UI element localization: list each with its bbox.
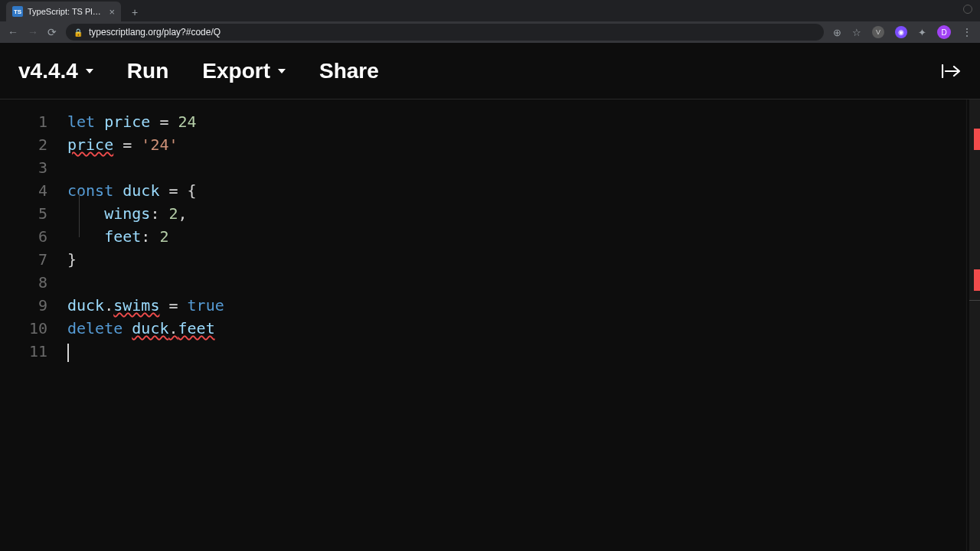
error-marker[interactable] xyxy=(974,129,980,150)
chevron-down-icon xyxy=(86,69,93,73)
window-control-icon[interactable] xyxy=(963,5,972,14)
code-line xyxy=(67,340,966,363)
export-label: Export xyxy=(202,59,270,83)
close-icon[interactable]: × xyxy=(109,6,115,18)
code-content[interactable]: let price = 24 price = '24' const duck =… xyxy=(67,99,966,551)
profile-avatar[interactable]: D xyxy=(937,25,951,39)
back-button[interactable]: ← xyxy=(8,26,18,38)
run-button[interactable]: Run xyxy=(127,59,168,83)
search-icon[interactable]: ⊕ xyxy=(833,27,841,38)
line-number: 5 xyxy=(0,202,47,225)
line-number: 8 xyxy=(0,271,47,294)
address-bar: ← → ⟳ 🔒 typescriptlang.org/play?#code/Q … xyxy=(0,21,980,43)
code-line xyxy=(67,271,966,294)
share-button[interactable]: Share xyxy=(319,59,379,83)
error-marker[interactable] xyxy=(974,269,980,291)
line-number-gutter: 1 2 3 4 5 6 7 8 9 10 11 xyxy=(0,99,67,551)
line-number: 7 xyxy=(0,248,47,271)
menu-icon[interactable]: ⋮ xyxy=(962,26,972,38)
playground-toolbar: v4.4.4 Run Export Share xyxy=(0,43,980,99)
tab-favicon-icon: TS xyxy=(12,6,23,17)
version-selector[interactable]: v4.4.4 xyxy=(18,59,93,83)
version-label: v4.4.4 xyxy=(18,59,78,83)
editor-right-rail xyxy=(966,99,980,551)
browser-chrome: TS TypeScript: TS Playground - A × + ← →… xyxy=(0,0,980,43)
line-number: 6 xyxy=(0,225,47,248)
tab-title: TypeScript: TS Playground - A xyxy=(28,7,104,16)
code-line: const duck = { xyxy=(67,179,966,202)
code-line: price = '24' xyxy=(67,133,966,156)
text-cursor xyxy=(67,344,69,362)
extensions-icon[interactable]: ✦ xyxy=(918,27,926,38)
new-tab-button[interactable]: + xyxy=(127,5,142,20)
line-number: 3 xyxy=(0,156,47,179)
export-button[interactable]: Export xyxy=(202,59,286,83)
browser-tab[interactable]: TS TypeScript: TS Playground - A × xyxy=(6,2,121,21)
toolbar-right: ⊕ ☆ V ◉ ✦ D ⋮ xyxy=(833,25,972,39)
scrollbar-track[interactable] xyxy=(969,99,980,551)
forward-button[interactable]: → xyxy=(28,26,38,38)
line-number: 11 xyxy=(0,340,47,363)
bookmark-icon[interactable]: ☆ xyxy=(852,27,861,38)
lock-icon: 🔒 xyxy=(74,28,83,37)
error-token: duck.feet xyxy=(132,319,214,337)
error-token: price xyxy=(67,135,113,154)
line-number: 2 xyxy=(0,133,47,156)
code-line: wings: 2, xyxy=(67,202,966,225)
indent-guide xyxy=(79,191,80,237)
tab-bar: TS TypeScript: TS Playground - A × + xyxy=(0,0,980,21)
error-token: swims xyxy=(113,296,159,315)
collapse-panel-icon[interactable] xyxy=(942,64,962,78)
url-text: typescriptlang.org/play?#code/Q xyxy=(89,27,220,37)
overview-divider xyxy=(969,300,980,301)
extension-icon[interactable]: ◉ xyxy=(895,26,907,38)
url-input[interactable]: 🔒 typescriptlang.org/play?#code/Q xyxy=(66,24,824,41)
code-line: feet: 2 xyxy=(67,225,966,248)
line-number: 4 xyxy=(0,179,47,202)
code-line: let price = 24 xyxy=(67,110,966,133)
reload-button[interactable]: ⟳ xyxy=(47,26,57,38)
line-number: 9 xyxy=(0,294,47,317)
code-editor[interactable]: 1 2 3 4 5 6 7 8 9 10 11 let price = 24 p… xyxy=(0,99,980,551)
code-line: duck.swims = true xyxy=(67,294,966,317)
chevron-down-icon xyxy=(278,69,286,73)
code-line: } xyxy=(67,248,966,271)
line-number: 1 xyxy=(0,110,47,133)
code-line: delete duck.feet xyxy=(67,317,966,340)
extension-icon[interactable]: V xyxy=(872,26,884,38)
line-number: 10 xyxy=(0,317,47,340)
code-line xyxy=(67,156,966,179)
